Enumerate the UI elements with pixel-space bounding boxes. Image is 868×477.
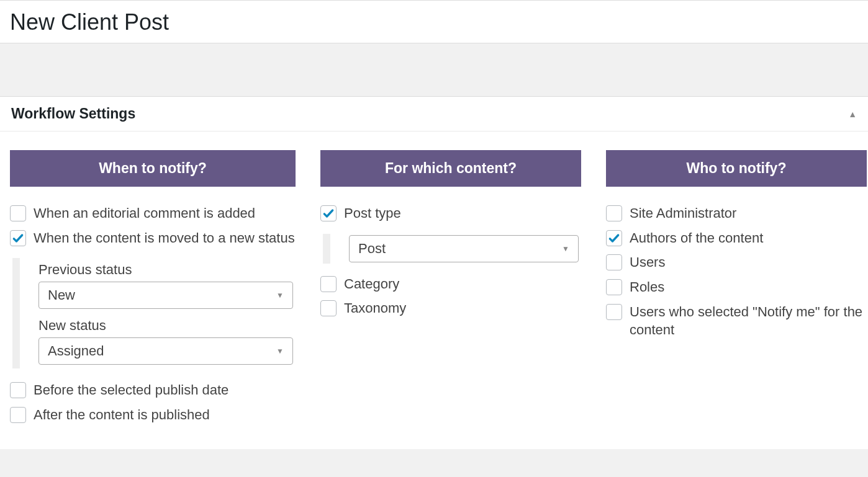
option-category[interactable]: Category: [320, 275, 581, 293]
option-roles[interactable]: Roles: [606, 278, 867, 296]
chevron-down-icon: ▼: [276, 291, 284, 300]
checkbox-after-published[interactable]: [10, 407, 26, 423]
checkbox-post-type[interactable]: [320, 205, 337, 221]
column-content: For which content? Post type Post ▼ Cate…: [320, 150, 581, 324]
page-title-bar: New Client Post: [0, 0, 868, 43]
option-notify-me[interactable]: Users who selected "Notify me" for the c…: [606, 303, 867, 339]
spacer-bar: [0, 43, 868, 97]
checkbox-roles[interactable]: [606, 279, 622, 295]
workflow-settings-panel: Workflow Settings ▲ When to notify? When…: [0, 97, 868, 449]
column-when: When to notify? When an editorial commen…: [10, 150, 296, 430]
check-icon: [322, 207, 335, 220]
option-taxonomy-label: Taxonomy: [344, 299, 406, 318]
option-editorial-comment[interactable]: When an editorial comment is added: [10, 204, 296, 223]
panel-title: Workflow Settings: [11, 105, 135, 122]
option-category-label: Category: [344, 275, 399, 293]
new-status-value: Assigned: [48, 343, 104, 359]
previous-status-value: New: [48, 287, 75, 303]
option-authors[interactable]: Authors of the content: [606, 229, 867, 247]
column-who: Who to notify? Site Administrator Author…: [606, 150, 867, 345]
chevron-down-icon: ▼: [276, 347, 284, 355]
previous-status-label: Previous status: [38, 262, 296, 278]
panel-header[interactable]: Workflow Settings ▲: [0, 97, 868, 132]
column-who-heading: Who to notify?: [606, 150, 867, 187]
column-when-heading: When to notify?: [10, 150, 296, 187]
new-status-select[interactable]: Assigned ▼: [38, 337, 293, 365]
option-authors-label: Authors of the content: [630, 229, 763, 247]
checkbox-taxonomy[interactable]: [320, 300, 337, 316]
option-users-label: Users: [630, 253, 665, 272]
caret-up-icon: ▲: [848, 109, 857, 119]
panel-collapse-toggle[interactable]: ▲: [848, 109, 857, 119]
panel-body: When to notify? When an editorial commen…: [0, 132, 868, 449]
post-type-subblock: Post ▼: [323, 234, 581, 264]
checkbox-moved-status[interactable]: [10, 230, 26, 246]
option-after-published-label: After the content is published: [34, 406, 210, 424]
post-type-select[interactable]: Post ▼: [349, 235, 579, 262]
option-taxonomy[interactable]: Taxonomy: [320, 299, 581, 318]
option-post-type[interactable]: Post type: [320, 204, 581, 223]
option-moved-status[interactable]: When the content is moved to a new statu…: [10, 229, 296, 247]
previous-status-select[interactable]: New ▼: [38, 282, 293, 309]
option-after-published[interactable]: After the content is published: [10, 406, 296, 424]
page-title: New Client Post: [10, 9, 858, 35]
option-editorial-comment-label: When an editorial comment is added: [34, 204, 255, 223]
new-status-label: New status: [38, 318, 296, 334]
checkbox-authors[interactable]: [606, 230, 622, 246]
option-users[interactable]: Users: [606, 253, 867, 272]
check-icon: [12, 232, 24, 244]
option-roles-label: Roles: [630, 278, 664, 296]
check-icon: [608, 232, 620, 244]
checkbox-notify-me[interactable]: [606, 304, 622, 320]
chevron-down-icon: ▼: [562, 244, 569, 253]
checkbox-before-publish[interactable]: [10, 382, 26, 398]
checkbox-users[interactable]: [606, 254, 622, 270]
checkbox-category[interactable]: [320, 276, 337, 292]
moved-status-subblock: Previous status New ▼ New status Assigne…: [12, 258, 296, 368]
option-post-type-label: Post type: [344, 204, 401, 223]
option-site-admin[interactable]: Site Administrator: [606, 204, 867, 223]
checkbox-editorial-comment[interactable]: [10, 205, 26, 221]
checkbox-site-admin[interactable]: [606, 205, 622, 221]
post-type-value: Post: [358, 241, 386, 257]
option-before-publish[interactable]: Before the selected publish date: [10, 381, 296, 399]
option-site-admin-label: Site Administrator: [630, 204, 736, 223]
option-moved-status-label: When the content is moved to a new statu…: [34, 229, 295, 247]
option-before-publish-label: Before the selected publish date: [34, 381, 228, 399]
option-notify-me-label: Users who selected "Notify me" for the c…: [630, 303, 867, 339]
column-content-heading: For which content?: [320, 150, 581, 187]
